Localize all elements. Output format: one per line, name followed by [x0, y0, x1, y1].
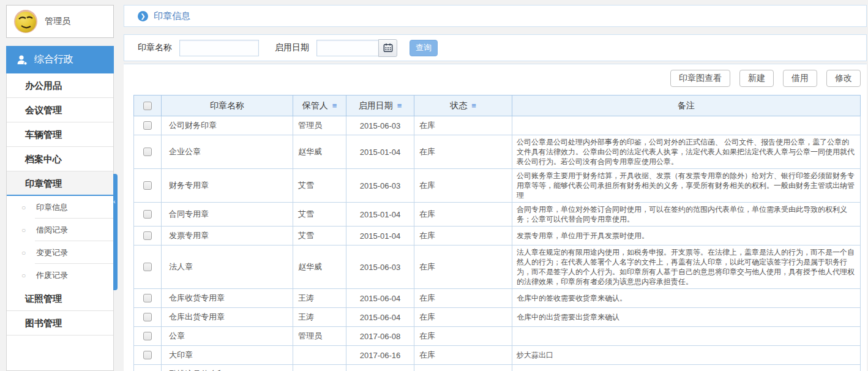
table-row[interactable]: 仓库出货专用章王涛2015-06-04在库仓库中的出货需要出货章来确认 [134, 308, 861, 327]
sort-filter-icon[interactable]: ≡ [397, 101, 402, 110]
page-title-bar: ❯ 印章信息 [124, 5, 867, 27]
date-cell: 2015-06-04 [346, 308, 414, 327]
date-cell: 2015-06-04 [346, 289, 414, 308]
row-checkbox[interactable] [143, 231, 152, 240]
sidebar-collapse-handle[interactable]: ‹ [113, 174, 118, 290]
sort-filter-icon[interactable]: ≡ [332, 101, 337, 110]
status-cell: 在库 [414, 135, 512, 169]
status-cell: 在库 [414, 169, 512, 203]
column-header-start-date[interactable]: 启用日期≡ [346, 96, 414, 116]
sidebar-item-meeting-management[interactable]: 会议管理 [7, 98, 113, 122]
create-button[interactable]: 新建 [739, 70, 774, 87]
row-checkbox-cell [134, 116, 162, 135]
submenu-item-change-records[interactable]: ○变更记录 [7, 241, 113, 264]
table-row[interactable]: 卧槽这是什么印章？？？？？！！！管理员2017-06-23在库怪事情的印章 [134, 365, 861, 371]
user-card: 管理员 [6, 5, 114, 38]
query-button[interactable]: 查询 [410, 40, 438, 56]
column-label: 状态 [450, 100, 467, 110]
seal-name-cell: 仓库出货专用章 [162, 308, 293, 327]
start-date-input[interactable] [316, 40, 379, 56]
submenu-item-borrow-records[interactable]: ○借阅记录 [7, 219, 113, 241]
column-label: 保管人 [302, 100, 328, 110]
app-root: 管理员 综合行政 办公用品会议管理车辆管理档案中心印章管理○印章信息○借阅记录○… [0, 0, 868, 371]
date-cell: 2017-06-23 [346, 365, 414, 371]
row-checkbox-cell [134, 289, 162, 308]
seal-name-cell: 仓库收货专用章 [162, 289, 293, 308]
column-header-keeper[interactable]: 保管人≡ [293, 96, 346, 116]
sidebar-item-office-supplies[interactable]: 办公用品 [7, 73, 113, 98]
sidebar-item-vehicle-management[interactable]: 车辆管理 [7, 122, 113, 147]
keeper-cell: 管理员 [293, 327, 346, 346]
table-row[interactable]: 发票专用章艾雪2015-01-04在库发票专用章，单位用于开具发票时使用。 [134, 227, 861, 245]
table-row[interactable]: 公章管理员2017-06-08在库 [134, 327, 861, 346]
table-row[interactable]: 合同专用章艾雪2015-01-04在库合同专用章，单位对外签订合同时使用，可以在… [134, 203, 861, 227]
seal-table: 印章名称保管人≡启用日期≡状态≡备注 公司财务印章管理员2015-06-03在库… [133, 95, 861, 371]
seal-name-label: 印章名称 [138, 42, 172, 53]
row-checkbox[interactable] [143, 294, 152, 302]
date-cell: 2017-06-08 [346, 327, 414, 346]
borrow-button[interactable]: 借用 [783, 70, 817, 87]
calendar-button[interactable] [378, 39, 397, 57]
view-seal-image-button[interactable]: 印章图查看 [670, 70, 730, 87]
sidebar-item-book-management[interactable]: 图书管理 [7, 311, 113, 335]
table-row[interactable]: 法人章赵华威2015-06-03在库法人章在规定的有限用途内使用，如税务申报。开… [134, 245, 861, 289]
row-checkbox[interactable] [143, 148, 152, 156]
row-checkbox[interactable] [143, 181, 152, 190]
submenu-item-void-records[interactable]: ○作废记录 [7, 264, 113, 287]
row-checkbox[interactable] [143, 332, 152, 340]
submenu-item-label: 变更记录 [36, 247, 68, 258]
column-label: 备注 [678, 100, 695, 110]
table-row[interactable]: 公司财务印章管理员2015-06-03在库 [134, 116, 861, 135]
calendar-icon [383, 43, 393, 53]
search-bar: 印章名称 启用日期 查询 [124, 34, 867, 61]
column-header-status[interactable]: 状态≡ [414, 96, 512, 116]
keeper-cell: 艾雪 [293, 227, 346, 245]
page-title: 印章信息 [154, 10, 190, 22]
status-cell: 在库 [414, 308, 512, 327]
seal-name-input[interactable] [179, 40, 259, 56]
date-cell: 2017-06-16 [346, 346, 414, 365]
radio-bullet-icon: ○ [21, 271, 26, 280]
table-row[interactable]: 企业公章赵华威2015-01-04在库公司公章是公司处理内外部事务的印鉴，公司对… [134, 135, 861, 169]
table-row[interactable]: 财务专用章艾雪2015-06-03在库公司账务章主要用于财务结算，开具收据、发票… [134, 169, 861, 203]
sidebar-item-archive-center[interactable]: 档案中心 [7, 147, 113, 171]
arrow-circle-icon: ❯ [138, 11, 148, 21]
row-checkbox[interactable] [143, 313, 152, 321]
table-row[interactable]: 大印章2017-06-16在库炒大蒜出口 [134, 346, 861, 365]
table-row[interactable]: 仓库收货专用章王涛2015-06-04在库仓库中的签收需要收货章来确认。 [134, 289, 861, 308]
remark-cell: 法人章在规定的有限用途内使用，如税务申报。开支票等。在法律上，盖章是法人的行为，… [512, 245, 861, 289]
select-all-checkbox[interactable] [143, 102, 152, 110]
row-checkbox-cell [134, 346, 162, 365]
row-checkbox[interactable] [143, 263, 152, 271]
row-checkbox-cell [134, 245, 162, 289]
column-header-checkbox [134, 96, 162, 116]
avatar [14, 10, 37, 33]
sidebar-section-general-admin[interactable]: 综合行政 [6, 46, 114, 73]
date-cell: 2015-01-04 [346, 227, 414, 245]
column-label: 启用日期 [359, 100, 393, 110]
row-checkbox[interactable] [143, 210, 152, 219]
submenu-item-seal-info[interactable]: ○印章信息 [7, 196, 113, 219]
keeper-cell: 王涛 [293, 289, 346, 308]
status-cell: 在库 [414, 346, 512, 365]
seal-name-cell: 企业公章 [162, 135, 293, 169]
seal-name-cell: 发票专用章 [162, 227, 293, 245]
date-cell: 2015-06-03 [346, 169, 414, 203]
submenu-seal-management: ○印章信息○借阅记录○变更记录○作废记录 [7, 196, 113, 287]
row-checkbox[interactable] [143, 351, 152, 359]
start-date-label: 启用日期 [275, 42, 309, 53]
seal-name-cell: 合同专用章 [162, 203, 293, 227]
modify-button[interactable]: 修改 [826, 70, 861, 87]
column-header-remark: 备注 [512, 96, 861, 116]
column-header-seal-name: 印章名称 [162, 96, 293, 116]
sort-filter-icon[interactable]: ≡ [471, 101, 476, 110]
sidebar-item-license-management[interactable]: 证照管理 [7, 287, 113, 311]
collapse-chevron-icon: ‹ [113, 198, 116, 205]
seal-name-cell: 法人章 [162, 245, 293, 289]
keeper-cell: 赵华威 [293, 135, 346, 169]
row-checkbox[interactable] [143, 121, 152, 130]
section-label: 综合行政 [34, 53, 73, 66]
sidebar-item-seal-management[interactable]: 印章管理 [7, 171, 113, 196]
content-panel: 印章图查看新建借用修改 印章名称保管人≡启用日期≡状态≡备注 公司财务印章管理员… [124, 64, 867, 371]
row-checkbox-cell [134, 169, 162, 203]
